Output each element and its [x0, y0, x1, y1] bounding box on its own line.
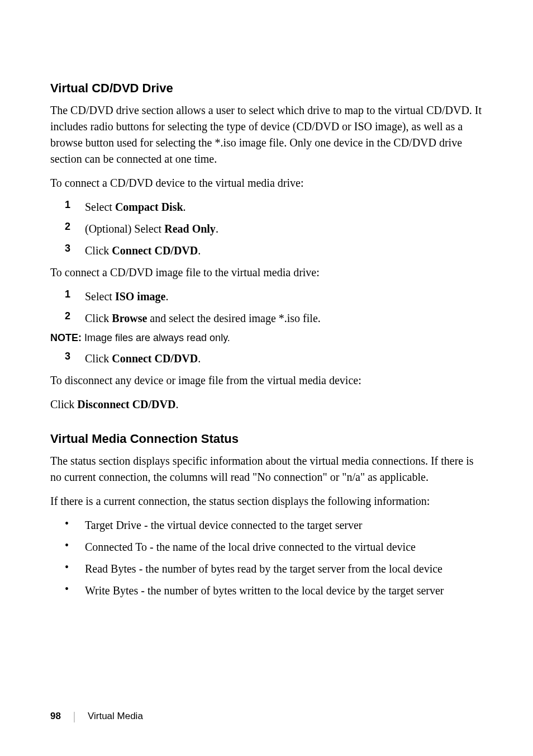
list-item: 1 Select ISO image. — [50, 289, 483, 305]
paragraph: Click Disconnect CD/DVD. — [50, 396, 483, 413]
list-text: Select Compact Disk. — [85, 199, 186, 215]
bullet: • — [65, 561, 85, 577]
bullet: • — [65, 517, 85, 533]
note: NOTE: Image files are always read only. — [50, 332, 483, 344]
list-text: Select ISO image. — [85, 289, 168, 305]
footer-title: Virtual Media — [88, 711, 143, 722]
list-item: • Connected To - the name of the local d… — [50, 539, 483, 555]
heading-connection-status: Virtual Media Connection Status — [50, 432, 483, 446]
list-text: Click Browse and select the desired imag… — [85, 310, 321, 327]
list-number: 1 — [65, 289, 85, 305]
list-item: 1 Select Compact Disk. — [50, 199, 483, 215]
list-text: Target Drive - the virtual device connec… — [85, 517, 363, 533]
list-text: Read Bytes - the number of bytes read by… — [85, 561, 442, 577]
bullet: • — [65, 583, 85, 599]
list-item: • Target Drive - the virtual device conn… — [50, 517, 483, 533]
list-text: Connected To - the name of the local dri… — [85, 539, 416, 555]
list-text: (Optional) Select Read Only. — [85, 221, 218, 237]
list-number: 2 — [65, 310, 85, 327]
page-number: 98 — [50, 711, 61, 722]
list-text: Click Connect CD/DVD. — [85, 351, 201, 367]
list-number: 3 — [65, 243, 85, 259]
paragraph: To connect a CD/DVD device to the virtua… — [50, 175, 483, 191]
list-number: 3 — [65, 351, 85, 367]
list-number: 1 — [65, 199, 85, 215]
list-item: • Write Bytes - the number of bytes writ… — [50, 583, 483, 599]
list-item: 2 Click Browse and select the desired im… — [50, 310, 483, 327]
footer-separator: | — [73, 710, 75, 722]
list-item: 3 Click Connect CD/DVD. — [50, 351, 483, 367]
paragraph: If there is a current connection, the st… — [50, 493, 483, 509]
list-item: 2 (Optional) Select Read Only. — [50, 221, 483, 237]
paragraph: The status section displays specific inf… — [50, 453, 483, 485]
page-footer: 98 | Virtual Media — [50, 710, 143, 722]
heading-virtual-cddvd: Virtual CD/DVD Drive — [50, 81, 483, 96]
paragraph: To disconnect any device or image file f… — [50, 372, 483, 389]
list-item: • Read Bytes - the number of bytes read … — [50, 561, 483, 577]
list-item: 3 Click Connect CD/DVD. — [50, 243, 483, 259]
paragraph: To connect a CD/DVD image file to the vi… — [50, 264, 483, 281]
list-text: Write Bytes - the number of bytes writte… — [85, 583, 444, 599]
bullet: • — [65, 539, 85, 555]
list-text: Click Connect CD/DVD. — [85, 243, 201, 259]
list-number: 2 — [65, 221, 85, 237]
paragraph: The CD/DVD drive section allows a user t… — [50, 102, 483, 167]
